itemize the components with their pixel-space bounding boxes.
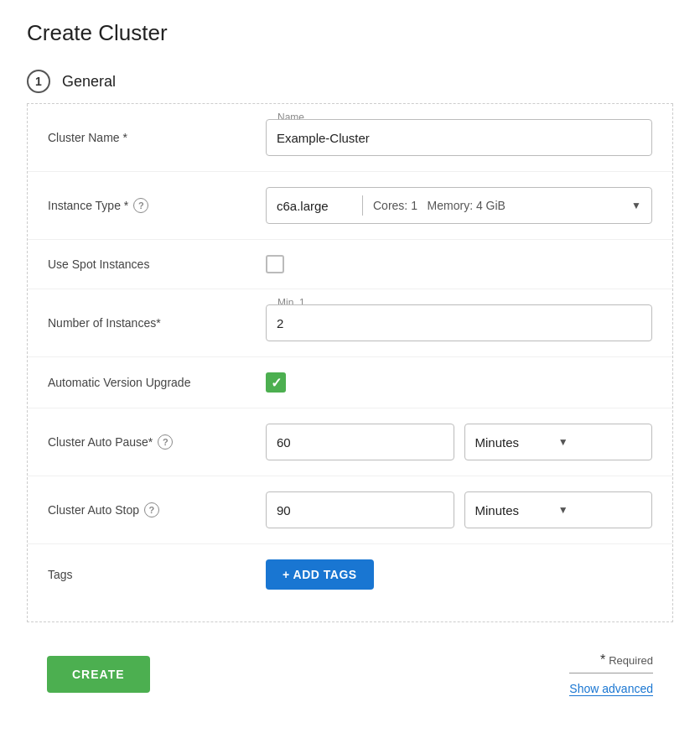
footer: CREATE * Required Show advanced — [27, 632, 673, 696]
instance-type-value: c6a.large — [277, 199, 352, 213]
num-instances-input-wrapper: Min. 1 — [266, 304, 652, 341]
tags-row: Tags + ADD TAGS — [28, 544, 672, 605]
auto-pause-input[interactable] — [266, 424, 454, 460]
auto-stop-inline-inputs: Minutes ▼ — [266, 491, 652, 528]
auto-upgrade-label: Automatic Version Upgrade — [48, 376, 266, 389]
tags-label: Tags — [48, 568, 266, 581]
instance-divider — [362, 195, 363, 216]
auto-upgrade-row: Automatic Version Upgrade — [28, 357, 672, 408]
section-title: General — [62, 73, 116, 91]
auto-stop-row: Cluster Auto Stop ? Minutes ▼ — [28, 476, 672, 544]
num-instances-label: Number of Instances* — [48, 316, 266, 330]
required-label: Required — [609, 654, 653, 667]
auto-pause-unit-wrap: Minutes ▼ — [464, 424, 653, 460]
auto-stop-value-wrap — [266, 491, 454, 528]
auto-stop-unit-wrap: Minutes ▼ — [464, 491, 653, 528]
form-container: Cluster Name * Name... Instance Type * ?… — [27, 104, 673, 622]
auto-upgrade-control — [266, 372, 652, 393]
show-advanced-link[interactable]: Show advanced — [569, 682, 653, 696]
auto-stop-control: Minutes ▼ — [266, 491, 652, 528]
instance-type-label: Instance Type * ? — [48, 198, 266, 213]
tags-control: + ADD TAGS — [266, 559, 652, 590]
auto-pause-inline-inputs: Minutes ▼ — [266, 424, 652, 460]
auto-pause-row: Cluster Auto Pause* ? Minutes ▼ — [28, 408, 672, 476]
auto-stop-input[interactable] — [266, 491, 454, 528]
add-tags-button[interactable]: + ADD TAGS — [266, 559, 374, 590]
auto-stop-unit-value: Minutes — [475, 503, 558, 517]
auto-pause-unit-dropdown[interactable]: Minutes ▼ — [464, 424, 653, 460]
num-instances-control: Min. 1 — [266, 304, 652, 341]
num-instances-row: Number of Instances* Min. 1 — [28, 289, 672, 357]
instance-type-arrow-icon: ▼ — [631, 200, 641, 211]
instance-type-help-icon[interactable]: ? — [133, 198, 148, 213]
spot-instances-checkbox[interactable] — [266, 255, 284, 273]
auto-pause-value-wrap — [266, 424, 454, 460]
auto-pause-unit-arrow-icon: ▼ — [558, 436, 641, 448]
cluster-name-row: Cluster Name * Name... — [28, 104, 672, 172]
spot-instances-control — [266, 255, 652, 273]
show-advanced-divider — [569, 673, 653, 673]
instance-type-row: Instance Type * ? c6a.large Cores: 1 Mem… — [28, 172, 672, 240]
auto-upgrade-checkbox[interactable] — [266, 372, 286, 393]
auto-stop-unit-dropdown[interactable]: Minutes ▼ — [464, 491, 653, 528]
auto-stop-label: Cluster Auto Stop ? — [48, 502, 266, 517]
instance-type-control: c6a.large Cores: 1 Memory: 4 GiB ▼ — [266, 187, 652, 224]
cluster-name-input-wrapper: Name... — [266, 119, 652, 156]
auto-stop-help-icon[interactable]: ? — [144, 502, 159, 517]
required-indicator: * Required — [600, 653, 653, 668]
num-instances-input[interactable] — [266, 304, 652, 341]
section-header: 1 General — [27, 70, 673, 104]
instance-type-dropdown[interactable]: c6a.large Cores: 1 Memory: 4 GiB ▼ — [266, 187, 652, 224]
auto-pause-label: Cluster Auto Pause* ? — [48, 434, 266, 450]
cluster-name-control: Name... — [266, 119, 652, 156]
create-button[interactable]: CREATE — [47, 656, 150, 693]
cluster-name-input[interactable] — [266, 119, 652, 156]
section-number: 1 — [27, 70, 50, 93]
auto-pause-control: Minutes ▼ — [266, 424, 652, 460]
auto-stop-unit-arrow-icon: ▼ — [558, 504, 641, 516]
page-title: Create Cluster — [27, 20, 673, 46]
instance-type-meta: Cores: 1 Memory: 4 GiB — [373, 199, 631, 212]
spot-instances-label: Use Spot Instances — [48, 257, 266, 271]
auto-pause-help-icon[interactable]: ? — [158, 434, 173, 450]
footer-right: * Required Show advanced — [569, 653, 653, 696]
spot-instances-row: Use Spot Instances — [28, 240, 672, 289]
required-asterisk: * — [600, 653, 605, 668]
auto-pause-unit-value: Minutes — [475, 435, 558, 450]
cluster-name-label: Cluster Name * — [48, 131, 266, 144]
